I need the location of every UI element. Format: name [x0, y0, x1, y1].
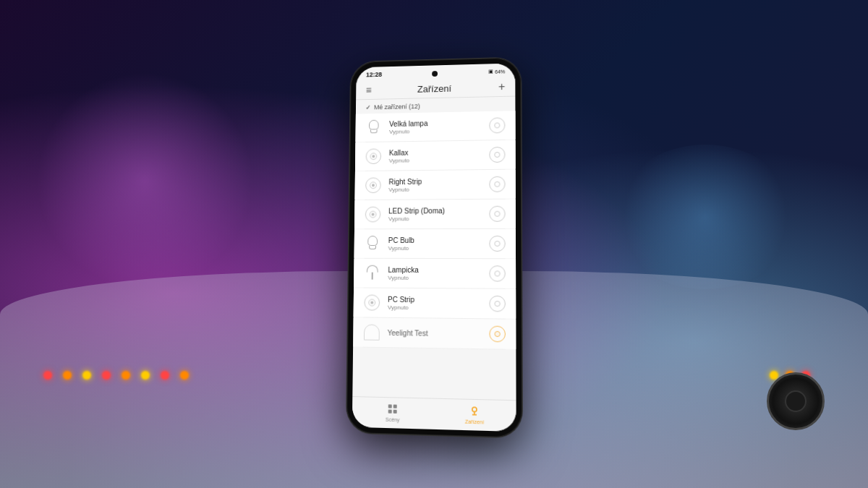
device-icon — [365, 119, 382, 136]
device-toggle[interactable] — [489, 325, 506, 342]
scenes-label: Scény — [386, 416, 400, 422]
strip-icon-inner — [370, 181, 377, 189]
device-toggle[interactable] — [489, 146, 505, 162]
device-status: Vypnuto — [388, 274, 482, 281]
svg-rect-2 — [388, 409, 392, 413]
device-icon — [363, 323, 380, 341]
lamp-shade — [367, 265, 378, 272]
list-item[interactable]: Right Strip Vypnuto — [354, 169, 515, 200]
list-item[interactable]: Lampicka Vypnuto — [354, 258, 516, 288]
device-icon — [365, 176, 382, 194]
phone: 12:28 ▣ 64% ≡ Zařízení + ✓ Mé zařízení (… — [346, 57, 522, 437]
signal-icon: 64% — [495, 69, 505, 74]
strip-icon — [365, 177, 381, 193]
led-dot — [82, 371, 91, 380]
led-dot — [180, 371, 189, 380]
device-name: LED Strip (Doma) — [388, 205, 482, 215]
bulb-icon — [367, 119, 380, 135]
device-status: Vypnuto — [388, 304, 482, 311]
svg-rect-3 — [393, 409, 397, 413]
toggle-inner — [494, 122, 500, 128]
lamp-pole — [372, 272, 373, 279]
svg-rect-1 — [393, 404, 397, 408]
led-dot — [122, 371, 130, 380]
bulb-icon — [366, 236, 379, 252]
device-toggle[interactable] — [489, 235, 505, 251]
device-icon — [363, 294, 380, 311]
toggle-inner — [495, 330, 501, 336]
device-list: Velká lampa Vypnuto — [353, 111, 516, 350]
toggle-inner — [494, 270, 500, 276]
device-info: LED Strip (Doma) Vypnuto — [388, 205, 482, 221]
toggle-inner — [494, 210, 500, 216]
bottom-nav: Scény Zařízení — [352, 396, 516, 432]
list-item[interactable]: Yeelight Test — [353, 317, 516, 349]
device-icon — [365, 205, 382, 223]
device-info: Velká lampa Vypnuto — [389, 117, 482, 134]
battery-icon: ▣ — [488, 69, 493, 74]
semicircle-icon — [364, 324, 380, 340]
device-name: PC Bulb — [388, 235, 482, 244]
svg-point-4 — [472, 407, 477, 411]
toggle-inner — [494, 240, 500, 246]
add-device-button[interactable]: + — [498, 80, 505, 93]
status-icons: ▣ 64% — [488, 68, 505, 74]
phone-screen: 12:28 ▣ 64% ≡ Zařízení + ✓ Mé zařízení (… — [352, 63, 516, 432]
device-status: Vypnuto — [388, 244, 482, 251]
list-item[interactable]: PC Strip Vypnuto — [354, 288, 516, 318]
device-toggle[interactable] — [489, 117, 505, 133]
list-item[interactable]: Kallax Vypnuto — [355, 140, 516, 170]
led-reel — [767, 372, 825, 430]
device-info: PC Bulb Vypnuto — [388, 235, 482, 251]
device-info: PC Strip Vypnuto — [388, 294, 482, 311]
device-info: Right Strip Vypnuto — [388, 176, 482, 193]
device-toggle[interactable] — [489, 205, 505, 221]
page-title: Zařízení — [417, 82, 451, 94]
list-item[interactable]: LED Strip (Doma) Vypnuto — [354, 199, 516, 228]
list-item[interactable]: Velká lampa Vypnuto — [355, 111, 515, 142]
device-toggle[interactable] — [489, 295, 505, 312]
strip-icon-inner — [370, 153, 377, 160]
device-name: Yeelight Test — [388, 328, 482, 338]
nav-bar: ≡ Zařízení + — [356, 77, 515, 99]
list-item[interactable]: PC Bulb Vypnuto — [354, 228, 516, 257]
device-name: PC Strip — [388, 294, 482, 304]
device-icon — [365, 147, 383, 165]
menu-icon[interactable]: ≡ — [366, 84, 372, 95]
strip-icon — [365, 206, 381, 222]
device-name: Right Strip — [388, 176, 482, 187]
bottom-nav-item-devices[interactable]: Zařízení — [433, 403, 516, 425]
devices-count-label: Mé zařízení (12) — [374, 103, 420, 111]
strip-icon — [364, 294, 380, 310]
device-status: Vypnuto — [389, 156, 482, 163]
toggle-inner — [494, 151, 500, 157]
device-toggle[interactable] — [489, 265, 505, 281]
devices-nav-icon — [468, 403, 481, 417]
bottom-nav-item-scenes[interactable]: Scény — [352, 401, 433, 423]
led-dot — [43, 371, 52, 380]
device-status: Vypnuto — [388, 185, 482, 192]
led-strip-left — [43, 371, 189, 380]
lamp-icon — [367, 265, 378, 281]
scenes-icon — [386, 402, 399, 416]
led-dot — [102, 371, 111, 380]
toggle-inner — [495, 300, 501, 306]
device-info: Kallax Vypnuto — [389, 147, 482, 163]
device-info: Lampicka Vypnuto — [388, 265, 482, 281]
device-name: Lampicka — [388, 265, 482, 275]
phone-wrapper: 12:28 ▣ 64% ≡ Zařízení + ✓ Mé zařízení (… — [346, 57, 522, 437]
device-icon — [364, 235, 381, 252]
device-toggle[interactable] — [489, 176, 505, 192]
led-dot — [141, 371, 150, 380]
strip-icon — [366, 148, 382, 164]
led-dot — [63, 371, 72, 380]
device-status: Vypnuto — [388, 215, 482, 221]
led-dot — [161, 371, 169, 380]
svg-rect-0 — [388, 404, 392, 408]
strip-icon-inner — [370, 210, 377, 218]
device-status: Vypnuto — [389, 127, 482, 134]
device-icon — [364, 264, 381, 281]
toggle-inner — [494, 181, 500, 187]
status-time: 12:28 — [366, 71, 382, 78]
strip-icon-inner — [368, 299, 375, 306]
